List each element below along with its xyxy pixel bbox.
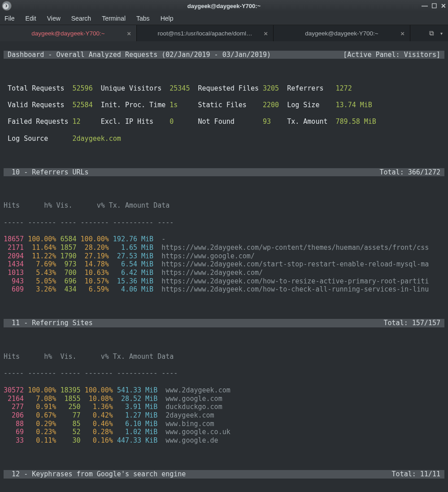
tab-label: daygeek@daygeek-Y700:~: [305, 30, 378, 37]
table-row: 2171 11.64% 1857 28.20% 1.65 MiB https:/…: [4, 244, 444, 252]
tab-bar: daygeek@daygeek-Y700:~ × root@ns1:/usr/l…: [0, 25, 448, 41]
close-icon[interactable]: ×: [264, 30, 268, 37]
menu-edit[interactable]: Edit: [26, 15, 36, 22]
stats-row-4: Log Source 2daygeek.com: [4, 135, 444, 143]
table-row: 609 3.26% 434 6.59% 4.06 MiB https://www…: [4, 285, 444, 294]
minimize-button[interactable]: —: [422, 2, 428, 9]
stats-row-2: Valid Requests 52584 Init. Proc. Time 1s…: [4, 101, 444, 109]
table-row: 2094 11.22% 1790 27.19% 27.53 MiB https:…: [4, 252, 444, 261]
maximize-button[interactable]: ☐: [431, 2, 437, 9]
tab-3[interactable]: daygeek@daygeek-Y700:~ ×: [274, 25, 410, 41]
menu-search[interactable]: Search: [71, 15, 91, 22]
menu-tabs[interactable]: Tabs: [136, 15, 150, 22]
menubar: File Edit View Search Terminal Tabs Help: [0, 12, 448, 25]
table-row: 88 0.29% 85 0.46% 6.10 MiB www.bing.com: [4, 420, 444, 428]
close-icon[interactable]: ×: [400, 30, 405, 37]
close-icon[interactable]: ×: [127, 30, 131, 37]
stats-row-3: Failed Requests 12 Excl. IP Hits 0 Not F…: [4, 118, 444, 126]
rule: ----- ------- ----- ------- ---------- -…: [4, 369, 444, 378]
panel-10-header: 10 - Referrers URLsTotal: 366/1272: [4, 168, 444, 177]
table-row: 1013 5.43% 700 10.63% 6.42 MiB https://w…: [4, 269, 444, 277]
table-row: 206 0.67% 77 0.42% 1.27 MiB 2daygeek.com: [4, 411, 444, 420]
panel-12-header: 12 - Keyphrases from Google's search eng…: [4, 470, 444, 479]
table-row: 18657 100.00% 6584 100.00% 192.76 MiB -: [4, 235, 444, 244]
menu-view[interactable]: View: [47, 15, 61, 22]
columns-header: Hits h% Vis. v% Tx. Amount Data: [4, 353, 444, 361]
table-row: 277 0.91% 250 1.36% 3.91 MiB duckduckgo.…: [4, 403, 444, 411]
tab-2[interactable]: root@ns1:/usr/local/apache/doml… ×: [137, 25, 274, 41]
table-row: 30572 100.00% 18395 100.00% 541.33 MiB w…: [4, 386, 444, 395]
tabs-dropdown-icon[interactable]: ▾: [440, 31, 443, 36]
new-tab-icon[interactable]: ⧉: [429, 29, 434, 37]
terminal-output[interactable]: Dashboard - Overall Analyzed Requests (0…: [0, 41, 448, 492]
menu-file[interactable]: File: [4, 15, 15, 22]
columns-header: Hits h% Vis. v% Tx. Amount Data: [4, 201, 444, 210]
panel-11-header: 11 - Referring SitesTotal: 157/157: [4, 319, 444, 327]
window-titlebar: daygeek@daygeek-Y700:~ — ☐ ✕: [0, 0, 448, 12]
close-button[interactable]: ✕: [441, 2, 446, 9]
window-title: daygeek@daygeek-Y700:~: [0, 3, 448, 9]
rule: ----- ------- ---- ------- ---------- --…: [4, 218, 444, 227]
tab-label: daygeek@daygeek-Y700:~: [31, 30, 104, 37]
table-row: 33 0.11% 30 0.16% 447.33 KiB www.google.…: [4, 436, 444, 445]
menu-terminal[interactable]: Terminal: [102, 15, 126, 22]
dashboard-header: Dashboard - Overall Analyzed Requests (0…: [4, 51, 444, 59]
table-row: 1434 7.69% 973 14.78% 6.54 MiB https://w…: [4, 260, 444, 269]
table-row: 69 0.23% 52 0.28% 1.02 MiB www.google.co…: [4, 428, 444, 436]
table-row: 943 5.05% 696 10.57% 15.36 MiB https://w…: [4, 277, 444, 286]
menu-help[interactable]: Help: [161, 15, 174, 22]
table-row: 2164 7.08% 1855 10.08% 28.52 MiB www.goo…: [4, 395, 444, 403]
tab-label: root@ns1:/usr/local/apache/doml…: [157, 30, 252, 37]
tab-1[interactable]: daygeek@daygeek-Y700:~ ×: [0, 25, 137, 41]
stats-row-1: Total Requests 52596 Unique Visitors 253…: [4, 84, 444, 93]
